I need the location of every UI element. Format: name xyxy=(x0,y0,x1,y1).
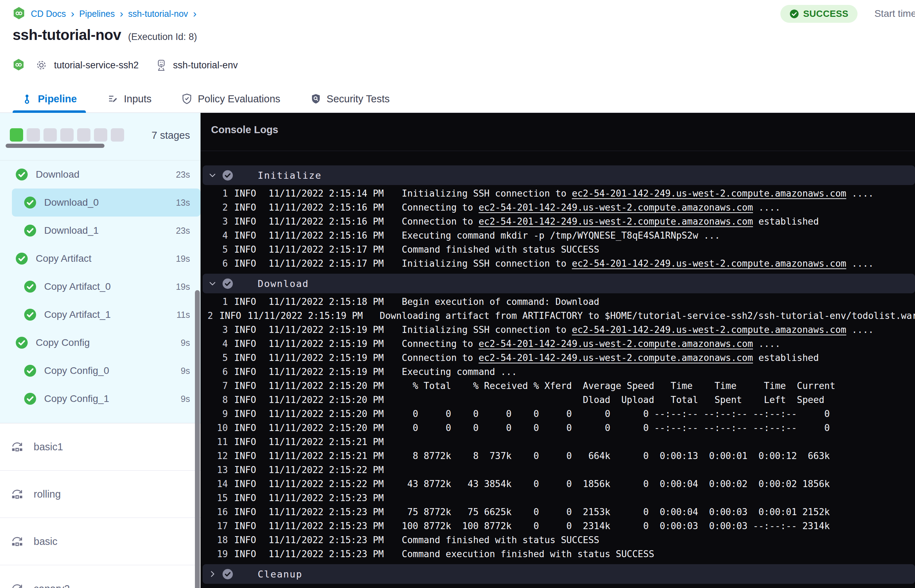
stage-row-download-0[interactable]: Download_013s xyxy=(12,189,200,216)
log-text: Connection to xyxy=(402,352,479,363)
pipeline-item-canary2[interactable]: canary2 xyxy=(0,565,200,588)
log-level: INFO xyxy=(234,230,262,241)
log-timestamp: 11/11/2022 2:15:22 PM xyxy=(268,479,385,489)
log-line: 16INFO11/11/2022 2:15:23 PM 75 8772k 75 … xyxy=(200,505,915,519)
log-line-number: 10 xyxy=(207,423,228,433)
stage-row-copy-artifact-1[interactable]: Copy Artifact_111s xyxy=(0,300,200,329)
section-header-cleanup[interactable]: Cleanup xyxy=(203,564,915,584)
stage-progress-blocks xyxy=(10,128,124,142)
log-line-number: 9 xyxy=(207,409,228,419)
section-header-initialize[interactable]: Initialize xyxy=(203,165,915,185)
stage-row-download-1[interactable]: Download_123s xyxy=(0,216,200,245)
tab-policy-evaluations[interactable]: Policy Evaluations xyxy=(173,85,289,113)
stage-row-copy-artifact[interactable]: Copy Artifact19s xyxy=(0,245,200,273)
success-check-icon xyxy=(24,280,36,293)
log-text: Initializing SSH connection to xyxy=(402,258,572,269)
log-line-number: 7 xyxy=(207,381,228,391)
harness-cd-logo xyxy=(13,58,24,72)
log-timestamp: 11/11/2022 2:15:23 PM xyxy=(268,549,385,559)
log-text: 8 8772k 8 737k 0 0 664k 0 0:00:13 0:00:0… xyxy=(402,451,830,461)
stage-row-copy-config-1[interactable]: Copy Config_19s xyxy=(0,385,200,413)
pipeline-item-label: basic xyxy=(34,536,58,548)
progress-block xyxy=(27,128,40,142)
environment-name[interactable]: ssh-tutorial-env xyxy=(173,60,238,71)
section-header-download[interactable]: Download xyxy=(203,274,915,293)
pipeline-item-basic1[interactable]: basic1 xyxy=(0,423,200,471)
log-message: Connection to ec2-54-201-142-249.us-west… xyxy=(402,352,819,363)
breadcrumb-link-ssh-tutorial-nov[interactable]: ssh-tutorial-nov xyxy=(128,9,188,19)
section-log-lines: 1INFO11/11/2022 2:15:18 PMBegin executio… xyxy=(200,293,915,564)
progress-block xyxy=(77,128,91,142)
log-line: 3INFO11/11/2022 2:15:19 PMInitializing S… xyxy=(200,323,915,337)
log-line: 15INFO11/11/2022 2:15:23 PM xyxy=(200,491,915,505)
pipeline-item-rolling[interactable]: rolling xyxy=(0,471,200,518)
chevron-down-icon[interactable] xyxy=(203,171,222,179)
log-timestamp: 11/11/2022 2:15:16 PM xyxy=(268,230,385,241)
log-message: Connecting to ec2-54-201-142-249.us-west… xyxy=(402,202,780,213)
log-level: INFO xyxy=(234,451,262,461)
log-message: % Total % Received % Xferd Average Speed… xyxy=(402,381,836,391)
tab-security-tests[interactable]: Security Tests xyxy=(301,85,399,113)
log-level: INFO xyxy=(234,381,262,391)
stage-row-copy-config-0[interactable]: Copy Config_09s xyxy=(0,357,200,385)
log-level: INFO xyxy=(234,244,262,255)
breadcrumb-link-cd-docs[interactable]: CD Docs xyxy=(31,9,66,19)
host-link[interactable]: ec2-54-201-142-249.us-west-2.compute.ama… xyxy=(479,202,753,213)
host-link[interactable]: ec2-54-201-142-249.us-west-2.compute.ama… xyxy=(479,339,753,349)
success-check-icon xyxy=(15,252,28,265)
log-line-number: 6 xyxy=(207,258,228,269)
chevron-right-icon[interactable] xyxy=(203,570,222,578)
stage-duration: 11s xyxy=(177,310,190,320)
log-message: 8 8772k 8 737k 0 0 664k 0 0:00:13 0:00:0… xyxy=(402,451,830,461)
log-text: Initializing SSH connection to xyxy=(402,325,572,335)
stage-row-copy-artifact-0[interactable]: Copy Artifact_019s xyxy=(0,273,200,300)
log-level: INFO xyxy=(234,549,262,559)
host-link[interactable]: ec2-54-201-142-249.us-west-2.compute.ama… xyxy=(572,325,846,335)
stage-duration: 9s xyxy=(181,338,190,348)
chevron-down-icon[interactable] xyxy=(203,279,222,288)
log-line: 5INFO11/11/2022 2:15:19 PMConnection to … xyxy=(200,351,915,365)
log-line-number: 2 xyxy=(207,310,213,321)
tab-pipeline[interactable]: Pipeline xyxy=(13,85,86,113)
section-success-icon xyxy=(222,278,233,289)
log-level: INFO xyxy=(234,367,262,377)
stage-name: Download xyxy=(36,169,176,180)
log-line: 5INFO11/11/2022 2:15:17 PMCommand finish… xyxy=(200,242,915,257)
log-line-number: 5 xyxy=(207,352,228,363)
log-message: Begin execution of command: Download xyxy=(402,296,600,307)
log-timestamp: 11/11/2022 2:15:19 PM xyxy=(268,325,385,335)
breadcrumb-link-pipelines[interactable]: Pipelines xyxy=(79,9,115,19)
vertical-scrollbar[interactable] xyxy=(195,290,200,588)
host-link[interactable]: ec2-54-201-142-249.us-west-2.compute.ama… xyxy=(479,216,753,227)
log-line-number: 8 xyxy=(207,394,228,405)
log-level: INFO xyxy=(234,202,262,213)
stage-list: Download23sDownload_013sDownload_123sCop… xyxy=(0,160,200,413)
pipeline-item-basic[interactable]: basic xyxy=(0,518,200,565)
horizontal-scrollbar[interactable] xyxy=(6,144,105,148)
log-text: Connecting to xyxy=(402,339,479,349)
sidebar: 7 stages Download23sDownload_013sDownloa… xyxy=(0,113,200,588)
section-title: Initialize xyxy=(258,170,322,181)
tab-label: Pipeline xyxy=(38,93,77,105)
host-link[interactable]: ec2-54-201-142-249.us-west-2.compute.ama… xyxy=(479,352,753,363)
log-text: Command finished with status SUCCESS xyxy=(402,535,600,545)
log-line: 8INFO11/11/2022 2:15:20 PM Dload Upload … xyxy=(200,393,915,407)
execution-id: (Execution Id: 8) xyxy=(128,32,197,42)
host-link[interactable]: ec2-54-201-142-249.us-west-2.compute.ama… xyxy=(572,258,846,269)
log-timestamp: 11/11/2022 2:15:18 PM xyxy=(268,296,385,307)
console-section-download: Download1INFO11/11/2022 2:15:18 PMBegin … xyxy=(200,274,915,564)
log-level: INFO xyxy=(234,465,262,475)
stage-panel: 7 stages Download23sDownload_013sDownloa… xyxy=(0,113,200,423)
log-line-number: 2 xyxy=(207,202,228,213)
stage-row-copy-config[interactable]: Copy Config9s xyxy=(0,329,200,357)
tab-inputs[interactable]: Inputs xyxy=(98,85,160,113)
host-link[interactable]: ec2-54-201-142-249.us-west-2.compute.ama… xyxy=(572,188,846,199)
log-level: INFO xyxy=(234,479,262,489)
log-line-number: 6 xyxy=(207,367,228,377)
log-line: 13INFO11/11/2022 2:15:22 PM xyxy=(200,463,915,477)
stage-row-download[interactable]: Download23s xyxy=(0,160,200,189)
log-line: 14INFO11/11/2022 2:15:22 PM 43 8772k 43 … xyxy=(200,477,915,491)
success-check-icon xyxy=(24,196,36,209)
log-timestamp: 11/11/2022 2:15:19 PM xyxy=(247,310,363,321)
service-name[interactable]: tutorial-service-ssh2 xyxy=(54,60,139,71)
